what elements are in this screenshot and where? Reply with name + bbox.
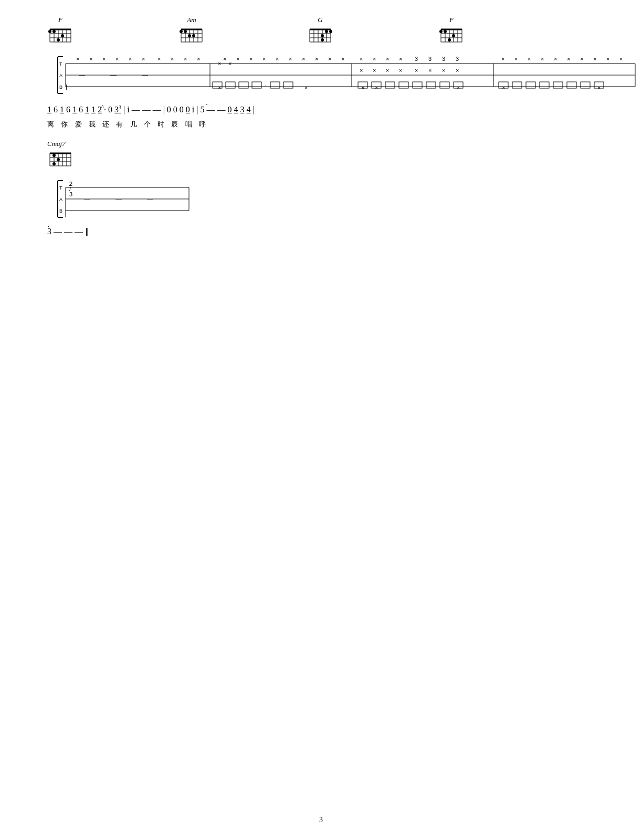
svg-text:×: × [501, 56, 504, 62]
svg-text:×: × [428, 67, 431, 74]
svg-text:×: × [528, 56, 531, 62]
svg-point-27 [184, 30, 187, 33]
svg-rect-139 [413, 82, 422, 88]
chord-am: Am [178, 16, 205, 51]
chord-f-1: F [47, 16, 73, 51]
notation-text-2: ·3 — — — ‖ [47, 227, 89, 236]
chord-g-label: G [307, 16, 333, 24]
svg-rect-148 [526, 82, 535, 88]
svg-rect-127 [226, 82, 235, 88]
chord-g-grid [307, 25, 333, 49]
svg-text:×: × [386, 67, 389, 74]
notation-row-2: ·3 — — — ‖ [47, 226, 611, 236]
notation-text-1: 1 6 1 6 1 6 1 1 2^ · 0 33 | i — — — | 0 … [47, 105, 255, 114]
svg-rect-147 [512, 82, 522, 88]
lyrics-row-1: 离 你 爱 我 还 有 几 个 时 辰 唱 呼 [47, 120, 611, 129]
svg-text:×: × [597, 85, 601, 91]
svg-point-168 [52, 162, 56, 165]
svg-text:×: × [373, 67, 376, 74]
svg-text:×: × [115, 56, 119, 62]
svg-text:×: × [142, 56, 145, 62]
svg-rect-151 [567, 82, 576, 88]
svg-text:×: × [341, 56, 344, 62]
chord-cmaj7: Cmaj7 [47, 140, 73, 175]
svg-text:A: A [59, 197, 62, 202]
svg-rect-129 [252, 82, 261, 88]
svg-text:—: — [115, 195, 122, 203]
svg-point-28 [188, 34, 191, 37]
chord-f-1-grid [47, 25, 73, 49]
svg-point-12 [52, 30, 56, 33]
svg-text:×: × [593, 56, 596, 62]
svg-text:3: 3 [69, 191, 72, 197]
chord-cmaj7-label: Cmaj7 [47, 140, 73, 148]
svg-point-42 [329, 30, 332, 33]
svg-text:×: × [218, 60, 221, 67]
svg-rect-150 [553, 82, 563, 88]
lyrics-text-1: 离 你 爱 我 还 有 几 个 时 辰 唱 呼 [47, 120, 208, 128]
svg-text:×: × [386, 56, 389, 62]
svg-point-26 [180, 30, 183, 33]
section-1: F [31, 16, 611, 129]
svg-text:A: A [59, 73, 62, 78]
svg-text:×: × [567, 56, 570, 62]
svg-text:3: 3 [415, 56, 418, 62]
svg-rect-152 [581, 82, 590, 88]
page-number: 3 [319, 816, 323, 824]
svg-text:—: — [110, 71, 117, 79]
tab-staff-1: T A B × × × × [47, 54, 611, 98]
svg-point-13 [61, 34, 64, 37]
svg-text:|: | [66, 83, 67, 90]
svg-text:×: × [457, 85, 460, 91]
svg-point-167 [57, 158, 60, 161]
svg-text:×: × [328, 56, 331, 62]
section-2: Cmaj7 [31, 140, 611, 236]
svg-text:×: × [157, 56, 161, 62]
notation-row-1: 1 6 1 6 1 6 1 1 2^ · 0 33 | i — — — | 0 … [47, 102, 611, 118]
svg-text:×: × [184, 56, 187, 62]
chords-row-1: F [47, 16, 611, 51]
svg-text:×: × [289, 56, 292, 62]
svg-text:×: × [399, 56, 402, 62]
sheet-music-page: F [0, 0, 642, 840]
svg-text:×: × [102, 56, 106, 62]
svg-text:—: — [84, 195, 90, 203]
svg-text:×: × [276, 56, 279, 62]
tab-staff-2: T A B 2 / 3 — — — [47, 178, 611, 222]
svg-text:×: × [262, 56, 266, 62]
svg-rect-140 [426, 82, 436, 88]
svg-text:—: — [79, 71, 85, 79]
chord-f-1-label: F [47, 16, 73, 24]
svg-text:×: × [360, 56, 363, 62]
svg-point-11 [48, 30, 51, 33]
svg-text:×: × [442, 67, 445, 74]
svg-point-29 [192, 34, 195, 37]
svg-text:×: × [514, 56, 518, 62]
svg-text:×: × [129, 56, 132, 62]
svg-text:×: × [171, 56, 174, 62]
svg-text:×: × [541, 56, 544, 62]
svg-text:B: B [59, 208, 62, 214]
svg-text:T: T [59, 185, 62, 191]
chord-am-label: Am [178, 16, 205, 24]
svg-text:×: × [304, 85, 308, 91]
svg-text:×: × [302, 56, 305, 62]
svg-text:×: × [361, 85, 364, 91]
svg-text:×: × [76, 56, 79, 62]
svg-text:×: × [375, 85, 378, 91]
svg-text:×: × [315, 56, 318, 62]
svg-rect-138 [399, 82, 408, 88]
svg-text:B: B [59, 85, 62, 90]
svg-text:×: × [236, 56, 239, 62]
svg-text:×: × [619, 56, 623, 62]
tab-svg-1: T A B × × × × [47, 54, 640, 96]
svg-text:3: 3 [456, 56, 459, 62]
svg-text:·: · [265, 82, 267, 88]
svg-text:—: — [147, 195, 153, 203]
svg-point-166 [52, 154, 56, 157]
svg-text:T: T [59, 61, 62, 67]
svg-point-41 [325, 30, 328, 33]
svg-rect-149 [540, 82, 549, 88]
svg-point-58 [452, 34, 455, 37]
svg-text:×: × [554, 56, 557, 62]
